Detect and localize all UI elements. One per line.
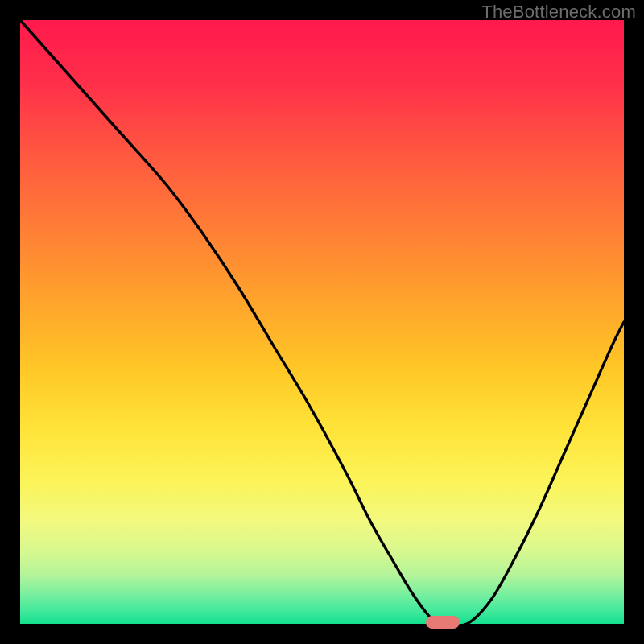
plot-area (20, 20, 624, 624)
curve-svg (20, 20, 624, 624)
bottleneck-curve (20, 20, 624, 626)
chart-frame: TheBottleneck.com (0, 0, 644, 644)
optimal-marker (426, 616, 460, 629)
